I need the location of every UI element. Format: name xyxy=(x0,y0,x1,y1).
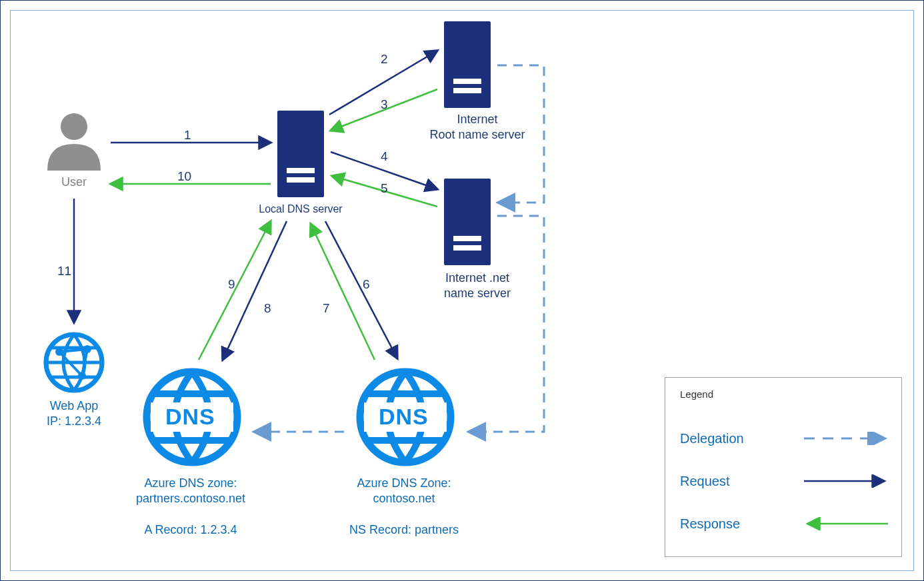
step-8: 8 xyxy=(264,301,271,316)
step-5: 5 xyxy=(381,181,388,196)
diagram-canvas: User Local DNS server Internet Root name… xyxy=(10,10,914,571)
arrow-7 xyxy=(311,224,375,360)
legend-row-response: Response xyxy=(680,502,889,545)
dns-zone-partners-text: DNS xyxy=(165,404,215,430)
step-11: 11 xyxy=(57,264,71,279)
step-9: 9 xyxy=(228,277,235,292)
dns-zone-contoso-text: DNS xyxy=(379,404,429,430)
step-4: 4 xyxy=(381,149,388,164)
svg-point-0 xyxy=(61,113,87,140)
dns-zone-contoso-label: Azure DNS Zone: contoso.net xyxy=(331,476,477,506)
request-line-icon xyxy=(803,474,889,488)
user-icon xyxy=(44,111,104,171)
dns-zone-contoso-record: NS Record: partners xyxy=(331,522,477,538)
step-3: 3 xyxy=(381,97,388,112)
root-server-icon xyxy=(444,21,491,108)
root-server-label: Internet Root name server xyxy=(411,112,544,142)
response-line-icon xyxy=(803,517,889,530)
dns-zone-partners-label: Azure DNS zone: partners.contoso.net xyxy=(117,476,264,506)
diagram-frame: User Local DNS server Internet Root name… xyxy=(0,0,924,581)
legend-box: Legend Delegation Request Response xyxy=(665,377,902,557)
step-1: 1 xyxy=(184,128,191,143)
legend-row-request: Request xyxy=(680,460,889,502)
local-dns-label: Local DNS server xyxy=(244,203,357,216)
net-server-label: Internet .net name server xyxy=(411,271,544,300)
net-server-icon xyxy=(444,179,491,265)
webapp-icon xyxy=(41,329,107,396)
step-7: 7 xyxy=(323,301,330,316)
webapp-label: Web App IP: 1.2.3.4 xyxy=(31,398,117,428)
delegation-line-icon xyxy=(803,432,889,445)
local-dns-server-icon xyxy=(277,111,324,197)
step-2: 2 xyxy=(381,52,388,67)
arrow-6 xyxy=(325,221,397,358)
dns-zone-partners-record: A Record: 1.2.3.4 xyxy=(117,522,264,538)
user-label: User xyxy=(44,175,104,190)
legend-title: Legend xyxy=(680,388,889,400)
legend-row-delegation: Delegation xyxy=(680,417,889,460)
step-6: 6 xyxy=(363,277,370,292)
step-10: 10 xyxy=(177,169,191,184)
